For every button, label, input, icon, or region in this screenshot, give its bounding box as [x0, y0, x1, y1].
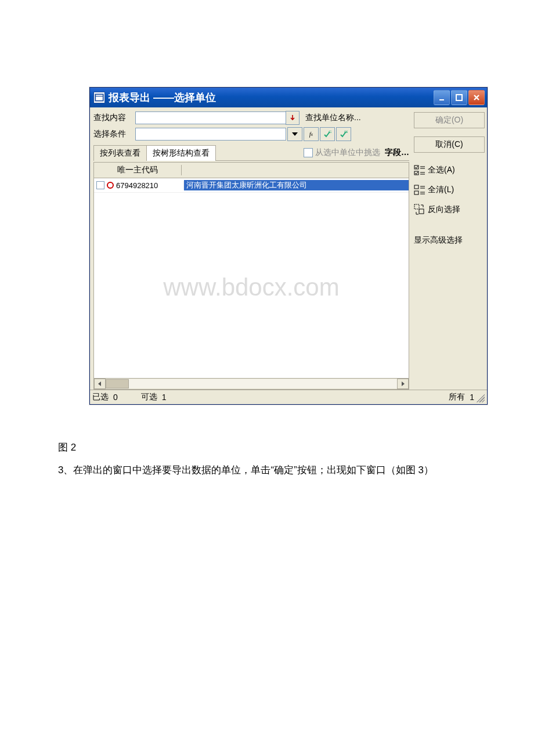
row-checkbox[interactable] [96, 181, 104, 189]
results-grid: 唯一主代码 6794928210 河南晋开集团太康昕洲化工有限公司 www.bd… [93, 162, 409, 390]
svg-rect-12 [414, 185, 418, 189]
select-cond-label: 选择条件 [93, 129, 135, 139]
svg-text:DE: DE [344, 130, 348, 134]
status-dot-icon [107, 182, 114, 189]
resize-grip-icon[interactable] [474, 392, 485, 402]
fields-button[interactable]: 字段… [385, 147, 409, 158]
caption-block: 图 2 3、在弹出的窗口中选择要导出数据的单位，单击“确定”按钮；出现如下窗口（… [58, 440, 476, 479]
find-content-input[interactable] [135, 111, 286, 124]
select-all-link[interactable]: 全选(A) [414, 164, 484, 176]
dialog-window: 报表导出 ——选择单位 查找内容 [89, 87, 488, 405]
select-cond-input[interactable] [135, 128, 286, 141]
close-button[interactable] [468, 90, 485, 105]
status-bar: 已选 0 可选 1 所有 1 [90, 390, 487, 404]
step-text: 3、在弹出的窗口中选择要导出数据的单位，单击“确定”按钮；出现如下窗口（如图 3… [58, 462, 476, 479]
status-selected-label: 已选 [92, 392, 109, 402]
status-avail-value: 1 [162, 393, 167, 402]
view-tabs: 按列表查看 按树形结构查看 从选中单位中挑选 字段… [93, 145, 409, 161]
minimize-button[interactable] [434, 90, 450, 105]
status-all-label: 所有 [449, 392, 465, 402]
scroll-thumb[interactable] [106, 379, 129, 388]
scroll-left-button[interactable] [94, 379, 106, 389]
svg-rect-13 [414, 191, 418, 195]
status-avail-label: 可选 [141, 392, 157, 402]
scroll-right-button[interactable] [397, 379, 409, 389]
row-code: 6794928210 [116, 181, 158, 190]
find-unit-name-link[interactable]: 查找单位名称... [305, 113, 361, 123]
svg-rect-18 [414, 204, 419, 209]
cond-dropdown-button[interactable] [287, 127, 302, 141]
status-selected-value: 0 [113, 393, 118, 402]
svg-rect-2 [439, 99, 444, 100]
horizontal-scrollbar[interactable] [94, 378, 409, 389]
col-header-code[interactable]: 唯一主代码 [94, 165, 182, 175]
watermark-text: www.bdocx.com [163, 273, 339, 301]
check-de-button[interactable]: DE [336, 127, 351, 141]
svg-rect-19 [419, 209, 424, 214]
row-name: 河南晋开集团太康昕洲化工有限公司 [184, 180, 409, 190]
show-advanced-link[interactable]: 显示高级选择 [414, 235, 484, 246]
svg-text:C2: C2 [329, 130, 331, 134]
find-dropdown-button[interactable] [286, 111, 300, 125]
find-content-label: 查找内容 [93, 113, 135, 123]
maximize-button[interactable] [451, 90, 467, 105]
status-all-value: 1 [470, 393, 474, 402]
pick-from-selected-checkbox[interactable] [304, 148, 313, 157]
window-title: 报表导出 ——选择单位 [109, 91, 216, 105]
tab-tree-view[interactable]: 按树形结构查看 [146, 145, 216, 161]
svg-rect-3 [456, 95, 462, 100]
table-row[interactable]: 6794928210 河南晋开集团太康昕洲化工有限公司 [94, 178, 409, 193]
tab-list-view[interactable]: 按列表查看 [93, 145, 147, 161]
titlebar: 报表导出 ——选择单位 [90, 88, 487, 107]
cancel-button[interactable]: 取消(C) [414, 136, 485, 153]
invert-selection-link[interactable]: 反向选择 [414, 204, 484, 215]
fx-button[interactable]: fx [304, 127, 319, 141]
figure-label: 图 2 [58, 440, 476, 456]
pick-from-selected-label: 从选中单位中挑选 [315, 147, 380, 158]
svg-rect-0 [95, 94, 103, 100]
app-icon [93, 92, 105, 103]
ok-button[interactable]: 确定(O) [414, 112, 485, 128]
check-c2-button[interactable]: C2 [320, 127, 335, 141]
clear-all-link[interactable]: 全清(L) [414, 184, 484, 196]
